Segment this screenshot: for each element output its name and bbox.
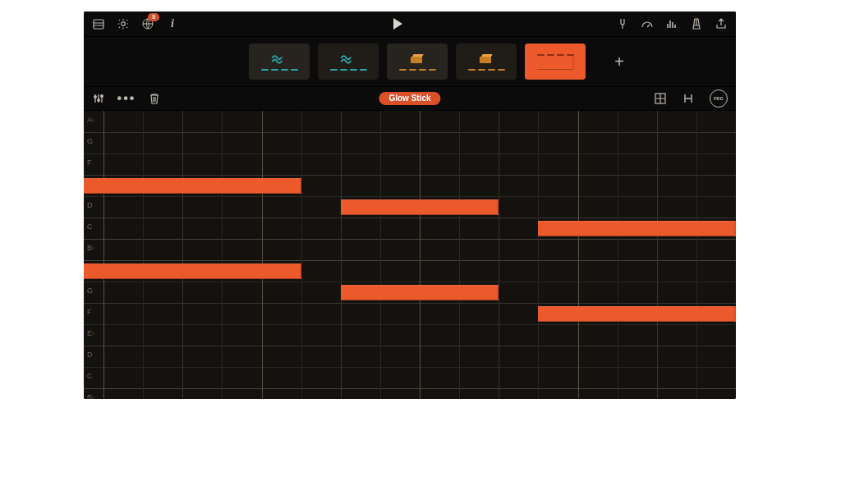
loop-region-icon[interactable] — [682, 92, 695, 105]
record-label: rec — [714, 95, 724, 102]
preset-name-pill[interactable]: Glow Stick — [379, 92, 440, 105]
track-slot-3[interactable] — [387, 44, 448, 80]
note-clip[interactable] — [538, 221, 736, 236]
note-label: E♭ — [87, 330, 94, 337]
gear-icon[interactable] — [117, 17, 130, 30]
track-slot-5[interactable] — [525, 44, 586, 80]
track-strip: + — [84, 37, 736, 86]
grid-icon[interactable] — [654, 92, 667, 105]
note-clip[interactable] — [341, 285, 499, 300]
wave-icon — [340, 53, 356, 65]
archive-icon[interactable] — [92, 17, 105, 30]
trash-icon[interactable] — [148, 92, 161, 105]
track-pattern-icon — [399, 69, 436, 71]
note-clip[interactable] — [84, 263, 301, 279]
mixer-icon[interactable] — [92, 92, 105, 105]
svg-point-5 — [94, 96, 97, 99]
svg-rect-0 — [94, 20, 103, 29]
note-label: D — [87, 202, 93, 209]
svg-point-1 — [122, 22, 126, 26]
tuning-fork-icon[interactable] — [616, 17, 629, 30]
wave-icon — [271, 53, 287, 65]
note-label: B♭ — [87, 245, 94, 252]
track-slot-1[interactable] — [249, 44, 310, 80]
share-icon[interactable] — [715, 17, 728, 30]
note-label: A♭ — [87, 117, 94, 124]
note-label: C — [87, 373, 93, 380]
note-label: D — [87, 351, 93, 359]
track-pattern-icon — [468, 69, 505, 71]
play-button[interactable] — [393, 18, 402, 30]
note-label: F — [87, 159, 92, 167]
note-label: G — [87, 287, 93, 295]
svg-point-7 — [101, 95, 103, 98]
note-label: E♭ — [87, 181, 94, 188]
box-icon — [409, 53, 425, 65]
notification-badge: 3 — [148, 13, 159, 21]
track-pattern-icon — [537, 54, 574, 70]
tempo-icon[interactable] — [641, 17, 654, 30]
editor-toolbar: ••• Glow Stick — [84, 86, 736, 111]
note-clip[interactable] — [84, 178, 301, 194]
add-track-button[interactable]: + — [610, 53, 628, 71]
network-icon[interactable]: 3 — [141, 17, 154, 30]
track-pattern-icon — [261, 69, 298, 71]
note-clip[interactable] — [538, 306, 736, 322]
note-label: C — [87, 223, 93, 231]
note-clip[interactable] — [341, 199, 499, 215]
note-label: A♭ — [87, 266, 94, 273]
track-slot-2[interactable] — [318, 44, 379, 80]
piano-roll[interactable]: A♭GFE♭DCB♭A♭GFE♭DCB♭ — [84, 111, 736, 399]
metronome-icon[interactable] — [690, 17, 703, 30]
track-pattern-icon — [330, 69, 367, 71]
box-icon — [478, 53, 494, 65]
info-icon[interactable]: i — [166, 17, 179, 30]
record-button[interactable]: rec — [710, 89, 728, 108]
svg-point-6 — [98, 99, 100, 102]
note-label: B♭ — [87, 394, 94, 399]
levels-icon[interactable] — [665, 17, 678, 30]
more-icon[interactable]: ••• — [120, 92, 133, 105]
note-label: G — [87, 138, 93, 145]
top-bar: 3 i — [84, 11, 736, 37]
track-slot-4[interactable] — [456, 44, 517, 80]
note-label: F — [87, 309, 92, 316]
